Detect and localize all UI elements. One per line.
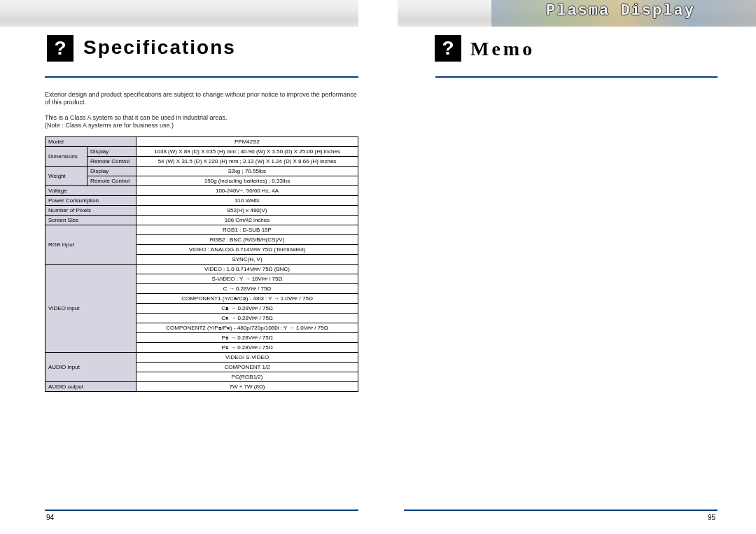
table-row: Screen Size 106 Cm/42 inches	[46, 216, 358, 225]
footer-rule	[404, 510, 718, 511]
note-line: (Note : Class A systems are for business…	[45, 122, 174, 129]
label-display: Display	[88, 147, 136, 157]
value-vid8: Pʙ → 0.28Vᴘᴘ / 75Ω	[136, 333, 358, 343]
label-display: Display	[88, 167, 136, 176]
value-vid4: COMPONENT1 (Y/Cʙ/Cʀ) - 480i : Y → 1.0Vᴘᴘ…	[136, 294, 358, 304]
table-row: Voltage 100-240V~, 50/60 Hz, 4A	[46, 186, 358, 196]
table-row: Power Consumption 310 Watts	[46, 196, 358, 206]
table-row: AUDIO output 7W + 7W (8Ω)	[46, 382, 358, 392]
label-screen: Screen Size	[46, 216, 136, 225]
label-video-input: VIDEO input	[46, 265, 136, 353]
table-row: Dimensions Display 1038 (W) X 89 (D) X 6…	[46, 147, 358, 157]
value-rgb2: RGB2 : BNC (R/G/B/H(CS)/V)	[136, 235, 358, 245]
page-number-right: 95	[708, 514, 715, 521]
value-vid5: Cʙ → 0.28Vᴘᴘ / 75Ω	[136, 304, 358, 314]
label-audio-output: AUDIO output	[46, 382, 136, 392]
header-texture-left	[0, 0, 358, 27]
table-row: Weight Display 32kg ; 70.55lbs	[46, 167, 358, 176]
table-row: Remote Control 150g (including batteries…	[46, 176, 358, 186]
value-vid7: COMPONENT2 (Y/Pʙ/Pʀ) - 480p/720p/1080i :…	[136, 323, 358, 333]
value-rgb4: SYNC(H, V)	[136, 255, 358, 265]
value-rgb1: RGB1 : D-SUB 15P	[136, 225, 358, 235]
value-dim-remote: 54 (W) X 31.5 (D) X 220 (H) mm ; 2.13 (W…	[136, 157, 358, 167]
value-ain2: COMPONENT 1/2	[136, 363, 358, 372]
value-rgb3: VIDEO : ANALOG 0.714Vᴘᴘ/ 75Ω (Terminated…	[136, 245, 358, 255]
value-power: 310 Watts	[136, 196, 358, 206]
value-ain1: VIDEO/ S-VIDEO	[136, 353, 358, 363]
label-rgb-input: RGB input	[46, 225, 136, 265]
value-vid3: C → 0.28Vᴘᴘ / 75Ω	[136, 284, 358, 294]
label-remote: Remote Control	[88, 176, 136, 186]
value-vid9: Pʀ → 0.28Vᴘᴘ / 75Ω	[136, 343, 358, 353]
heading-specifications: Specifications	[83, 36, 236, 59]
value-pixels: 852(H) x 480(V)	[136, 206, 358, 216]
table-row: VIDEO input VIDEO : 1.0 0.714Vᴘᴘ/ 75Ω (B…	[46, 265, 358, 274]
table-row: Number of Pixels 852(H) x 480(V)	[46, 206, 358, 216]
value-screen: 106 Cm/42 inches	[136, 216, 358, 225]
label-voltage: Voltage	[46, 186, 136, 196]
label-model: Model	[46, 137, 136, 147]
label-remote: Remote Control	[88, 157, 136, 167]
rule-line	[45, 76, 358, 78]
value-ain3: PC(RGB1/2)	[136, 372, 358, 382]
label-pixels: Number of Pixels	[46, 206, 136, 216]
note-line: This is a Class A system so that it can …	[45, 114, 227, 121]
rule-line	[435, 76, 718, 78]
value-vid1: VIDEO : 1.0 0.714Vᴘᴘ/ 75Ω (BNC)	[136, 265, 358, 274]
table-row: AUDIO input VIDEO/ S-VIDEO	[46, 353, 358, 363]
label-power: Power Consumption	[46, 196, 136, 206]
table-row: Model PPM42S2	[46, 137, 358, 147]
question-icon: ?	[435, 35, 461, 62]
label-weight: Weight	[46, 167, 88, 186]
value-vid2: S-VIDEO : Y → 10Vᴘᴘ / 75Ω	[136, 274, 358, 284]
label-audio-input: AUDIO input	[46, 353, 136, 382]
specifications-table: Model PPM42S2 Dimensions Display 1038 (W…	[45, 136, 358, 392]
heading-memo: Memo	[470, 38, 535, 60]
note-disclaimer: Exterior design and product specificatio…	[45, 91, 360, 107]
value-voltage: 100-240V~, 50/60 Hz, 4A	[136, 186, 358, 196]
value-vid6: Cʀ → 0.28Vᴘᴘ / 75Ω	[136, 314, 358, 323]
question-icon: ?	[47, 35, 74, 62]
value-weight-remote: 150g (including batteries) ; 0.33lbs	[136, 176, 358, 186]
value-aout: 7W + 7W (8Ω)	[136, 382, 358, 392]
value-dim-display: 1038 (W) X 89 (D) X 635 (H) mm ; 40.90 (…	[136, 147, 358, 157]
value-model: PPM42S2	[136, 137, 358, 147]
page-number-left: 94	[46, 514, 54, 521]
table-row: Remote Control 54 (W) X 31.5 (D) X 220 (…	[46, 157, 358, 167]
table-row: RGB input RGB1 : D-SUB 15P	[46, 225, 358, 235]
note-class-a: This is a Class A system so that it can …	[45, 114, 360, 130]
brand-title: Plasma Display	[546, 2, 695, 20]
value-weight-display: 32kg ; 70.55lbs	[136, 167, 358, 176]
label-dimensions: Dimensions	[46, 147, 88, 167]
footer-rule	[45, 510, 358, 511]
